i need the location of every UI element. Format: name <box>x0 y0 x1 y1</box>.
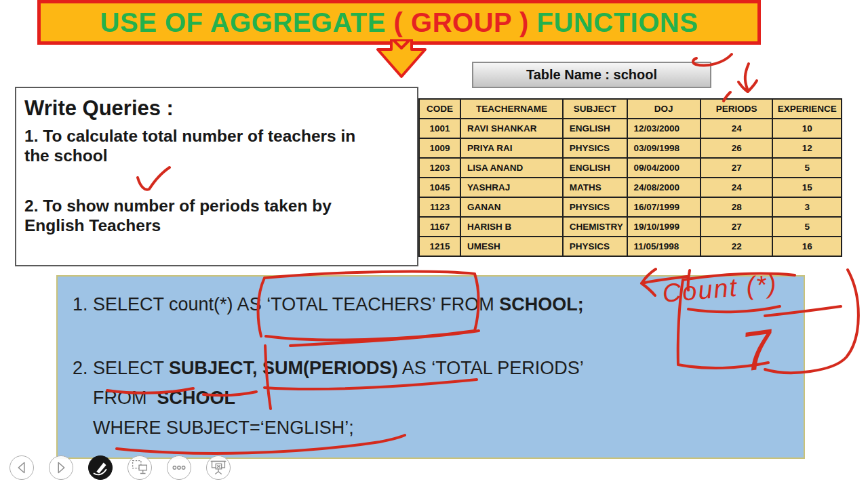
table-name-label: Table Name : school <box>526 67 657 83</box>
table-cell: 24 <box>701 178 773 197</box>
column-header: TEACHERNAME <box>460 99 563 119</box>
table-cell: 1001 <box>419 119 460 138</box>
sql-q1-table: SCHOOL; <box>499 294 584 314</box>
table-row: 1001 RAVI SHANKAR ENGLISH 12/03/2000 24 … <box>419 119 842 138</box>
sql-q2-columns: SUBJECT, SUM(PERIODS) <box>169 358 398 378</box>
banner-text-green-1: USE OF AGGREGATE <box>100 7 386 38</box>
down-arrow-shape <box>363 39 441 81</box>
sql-q3-table: SCHOOL <box>157 388 236 408</box>
sql-q2-text: 2. SELECT <box>73 358 169 378</box>
table-cell: 09/04/2000 <box>627 158 701 178</box>
see-all-slides-icon <box>128 455 151 480</box>
query-task-2-line1: 2. To show number of periods taken by <box>24 196 410 216</box>
table-cell: 5 <box>772 217 842 237</box>
presentation-slide: USE OF AGGREGATE ( GROUP ) FUNCTIONS Tab… <box>0 0 868 488</box>
table-row: 1123 GANAN PHYSICS 16/07/1999 28 3 <box>419 197 842 217</box>
sql-answers-panel: 1. SELECT count(*) AS ‘TOTAL TEACHERS’ F… <box>56 275 805 459</box>
table-cell: HARISH B <box>460 217 563 237</box>
table-cell: 1045 <box>419 178 460 197</box>
table-cell: 27 <box>701 158 773 178</box>
previous-icon <box>10 455 33 480</box>
sql-query-2-from: FROM SCHOOL <box>93 388 235 409</box>
school-table: CODE TEACHERNAME SUBJECT DOJ PERIODS EXP… <box>418 98 842 257</box>
query-task-1-line2: the school <box>24 146 410 165</box>
table-cell: PHYSICS <box>563 138 627 158</box>
next-slide-button[interactable] <box>49 455 73 480</box>
end-show-icon <box>207 455 230 480</box>
table-cell: MATHS <box>563 178 627 197</box>
banner-text-red: ( GROUP ) <box>394 7 529 38</box>
table-cell: YASHRAJ <box>460 178 563 197</box>
queries-heading: Write Queries : <box>24 96 410 121</box>
table-cell: 1215 <box>419 237 460 256</box>
column-header: SUBJECT <box>563 99 627 119</box>
table-cell: 27 <box>701 217 773 237</box>
table-cell: 24 <box>701 119 773 138</box>
table-cell: 26 <box>701 138 773 158</box>
column-header: CODE <box>419 99 460 119</box>
table-cell: ENGLISH <box>563 158 627 178</box>
table-cell: 5 <box>772 158 842 178</box>
table-cell: 1203 <box>419 158 460 178</box>
more-options-button[interactable] <box>167 455 191 480</box>
table-cell: 22 <box>701 237 773 256</box>
slideshow-toolbar <box>9 455 231 480</box>
table-cell: LISA ANAND <box>460 158 563 178</box>
table-cell: RAVI SHANKAR <box>460 119 563 138</box>
sql-q1-text: 1. SELECT count(*) AS ‘TOTAL TEACHERS’ F… <box>73 294 499 314</box>
table-row: 1009 PRIYA RAI PHYSICS 03/09/1998 26 12 <box>419 138 842 158</box>
table-row: 1203 LISA ANAND ENGLISH 09/04/2000 27 5 <box>419 158 842 178</box>
banner-text-green-2: FUNCTIONS <box>537 7 698 38</box>
column-header: PERIODS <box>701 99 773 119</box>
sql-q2-alias: AS ‘TOTAL PERIODS’ <box>398 358 584 378</box>
table-cell: ENGLISH <box>563 119 627 138</box>
table-cell: PHYSICS <box>563 237 627 256</box>
sql-q3-text: FROM <box>93 388 157 408</box>
queries-panel: Write Queries : 1. To calculate total nu… <box>15 87 418 266</box>
more-options-icon <box>167 455 191 480</box>
table-cell: 10 <box>772 119 842 138</box>
table-row: 1167 HARISH B CHEMISTRY 19/10/1999 27 5 <box>419 217 842 237</box>
table-cell: 16/07/1999 <box>627 197 701 217</box>
table-cell: 15 <box>772 178 842 197</box>
table-cell: 1167 <box>419 217 460 237</box>
table-row: 1215 UMESH PHYSICS 11/05/1998 22 16 <box>419 237 842 256</box>
sql-query-1: 1. SELECT count(*) AS ‘TOTAL TEACHERS’ F… <box>73 294 584 315</box>
table-cell: PRIYA RAI <box>460 138 563 158</box>
table-cell: 1123 <box>419 197 460 217</box>
next-icon <box>50 455 73 480</box>
see-all-slides-button[interactable] <box>127 455 152 480</box>
column-header: EXPERIENCE <box>772 99 842 119</box>
query-task-1-line1: 1. To calculate total number of teachers… <box>24 126 410 146</box>
query-task-2-line2: English Teachers <box>24 216 410 235</box>
table-row: 1045 YASHRAJ MATHS 24/08/2000 24 15 <box>419 178 842 197</box>
table-cell: GANAN <box>460 197 563 217</box>
table-cell: CHEMISTRY <box>563 217 627 237</box>
spacer <box>24 166 410 196</box>
ink-down-arrow <box>724 64 757 101</box>
end-show-button[interactable] <box>206 455 231 480</box>
title-banner: USE OF AGGREGATE ( GROUP ) FUNCTIONS <box>37 0 761 45</box>
sql-query-2: 2. SELECT SUBJECT, SUM(PERIODS) AS ‘TOTA… <box>73 358 584 379</box>
table-cell: 19/10/1999 <box>627 217 701 237</box>
pen-tools-button[interactable] <box>88 455 113 480</box>
table-cell: 28 <box>701 197 773 217</box>
table-header-row: CODE TEACHERNAME SUBJECT DOJ PERIODS EXP… <box>419 99 842 119</box>
column-header: DOJ <box>627 99 701 119</box>
table-cell: 1009 <box>419 138 460 158</box>
table-cell: 24/08/2000 <box>627 178 701 197</box>
table-cell: 12/03/2000 <box>627 119 701 138</box>
table-name-box: Table Name : school <box>472 62 711 88</box>
table-cell: 3 <box>772 197 842 217</box>
previous-slide-button[interactable] <box>9 455 34 480</box>
table-cell: 03/09/1998 <box>627 138 701 158</box>
table-cell: PHYSICS <box>563 197 627 217</box>
table-cell: 16 <box>772 237 842 256</box>
table-cell: UMESH <box>460 237 563 256</box>
table-cell: 11/05/1998 <box>627 237 701 256</box>
pen-icon <box>89 455 112 480</box>
sql-query-2-where: WHERE SUBJECT=‘ENGLISH’; <box>93 418 354 439</box>
table-cell: 12 <box>772 138 842 158</box>
